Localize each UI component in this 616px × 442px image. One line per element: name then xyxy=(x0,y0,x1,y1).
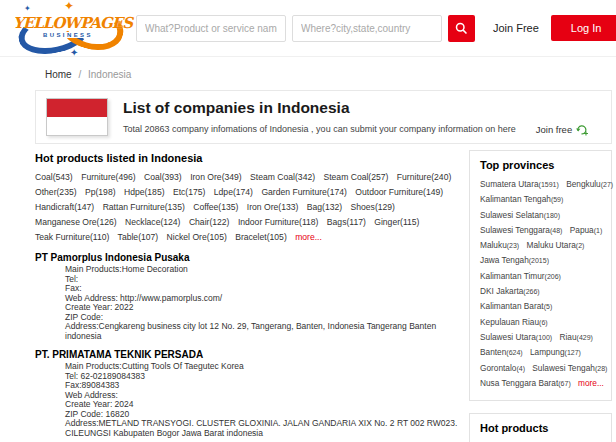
province-name: Maluku xyxy=(480,240,507,250)
province-link[interactable]: Gorontalo(4) xyxy=(480,363,525,373)
flag-white-stripe xyxy=(47,117,107,135)
hot-products-box: Hot products Used Tires Zinc Ore Safety … xyxy=(469,413,612,442)
province-row: Kalimantan Barat(5) xyxy=(480,299,601,314)
product-tag-link[interactable]: Shoes(129) xyxy=(351,202,395,212)
product-tag-link[interactable]: Iron Ore(349) xyxy=(190,172,242,182)
breadcrumb-home-link[interactable]: Home xyxy=(45,69,72,80)
product-tag-link[interactable]: Manganese Ore(126) xyxy=(35,217,117,227)
logo[interactable]: ✦ ✦ ✦ YELLOWPAGES BUSINESS xyxy=(10,1,130,55)
product-tag-link[interactable]: Ginger(115) xyxy=(374,217,419,227)
province-link[interactable]: Bengkulu(27) xyxy=(566,179,613,189)
product-tag-link[interactable]: Steam Coal(257) xyxy=(323,172,388,182)
province-link[interactable]: Sulawesi Selatan(180) xyxy=(480,210,560,220)
page: ✦ ✦ ✦ YELLOWPAGES BUSINESS Join Free Log… xyxy=(0,0,616,442)
province-name: Sulawesi Utara xyxy=(480,332,536,342)
province-count: (6) xyxy=(539,319,548,326)
province-row: Sulawesi Tenggara(48) Papua(1) xyxy=(480,223,601,238)
province-name: Sulawesi Tengah xyxy=(532,363,595,373)
company-name-link[interactable]: PT. PRIMATAMA TEKNIK PERSADA xyxy=(35,349,459,360)
province-count: (48) xyxy=(550,227,562,234)
hot-products-heading: Hot products listed in Indonesia xyxy=(35,152,459,164)
province-link[interactable]: Maluku Utara(2) xyxy=(527,240,585,250)
logo-tagline: BUSINESS xyxy=(40,32,96,38)
province-name: more... xyxy=(578,378,604,388)
province-link[interactable]: more... xyxy=(578,378,604,388)
province-link[interactable]: Riau(429) xyxy=(559,332,592,342)
province-row: Jawa Tengah(2015) xyxy=(480,253,601,268)
province-name: Gorontalo xyxy=(480,363,516,373)
product-tag-link[interactable]: Bags(117) xyxy=(327,217,366,227)
company-item: PT. PRIMATAMA TEKNIK PERSADA Main Produc… xyxy=(35,349,459,438)
join-free-link[interactable]: Join Free xyxy=(493,22,539,34)
product-tag-link[interactable]: more... xyxy=(295,232,322,242)
province-count: (4) xyxy=(516,365,525,372)
company-details: Main Products:Cutting Tools Of Taegutec … xyxy=(35,362,459,438)
join-free-inline-link[interactable]: Join free xyxy=(536,123,588,136)
product-tag-link[interactable]: Rattan Furniture(135) xyxy=(103,202,185,212)
province-link[interactable]: Sulawesi Tengah(28) xyxy=(532,363,607,373)
product-tag-link[interactable]: Coffee(135) xyxy=(193,202,238,212)
sidebar: Top provinces Sumatera Utara(1591) Bengk… xyxy=(469,150,612,442)
product-tag-link[interactable]: Garden Furniture(174) xyxy=(261,187,347,197)
province-name: Sulawesi Selatan xyxy=(480,210,544,220)
company-detail-line: Tel: xyxy=(65,275,459,285)
product-tag-link[interactable]: Table(107) xyxy=(118,232,159,242)
product-tag-link[interactable]: Bracelet(105) xyxy=(235,232,287,242)
product-tag-link[interactable]: Ldpe(174) xyxy=(214,187,253,197)
province-link[interactable]: Sulawesi Utara(100) xyxy=(480,332,552,342)
product-tag-link[interactable]: Nickel Ore(105) xyxy=(167,232,227,242)
province-link[interactable]: Sulawesi Tenggara(48) xyxy=(480,225,562,235)
province-count: (206) xyxy=(545,273,561,280)
product-tag-link[interactable]: Chair(122) xyxy=(189,217,230,227)
province-link[interactable]: Jawa Tengah(2015) xyxy=(480,255,549,265)
company-details: Main Products:Home Decoration Tel: Fax: … xyxy=(35,265,459,341)
product-tag-link[interactable]: Necklace(124) xyxy=(125,217,180,227)
company-item: PT Pamorplus Indonesia Pusaka Main Produ… xyxy=(35,252,459,341)
company-detail-line: Create Year: 2022 xyxy=(65,303,459,313)
product-tag-link[interactable]: Furniture(496) xyxy=(81,172,135,182)
company-name-link[interactable]: PT Pamorplus Indonesia Pusaka xyxy=(35,252,459,263)
product-tag-link[interactable]: Other(235) xyxy=(35,187,77,197)
logo-star-icon: ✦ xyxy=(64,0,74,12)
search-what-input[interactable] xyxy=(136,15,286,42)
province-count: (429) xyxy=(577,334,593,341)
province-link[interactable]: Kalimantan Barat(5) xyxy=(480,301,552,311)
product-tag-link[interactable]: Outdoor Furniture(149) xyxy=(355,187,443,197)
province-name: Maluku Utara xyxy=(527,240,576,250)
product-tag-link[interactable]: Coal(543) xyxy=(35,172,73,182)
login-button[interactable]: Log In xyxy=(551,15,616,41)
product-tag-link[interactable]: Bag(132) xyxy=(307,202,342,212)
search-where-input[interactable] xyxy=(292,15,442,42)
search-button[interactable] xyxy=(448,15,475,42)
product-tag-link[interactable]: Iron Ore(133) xyxy=(247,202,299,212)
product-tag-link[interactable]: Teak Furniture(110) xyxy=(35,232,109,242)
province-link[interactable]: Nusa Tenggara Barat(67) xyxy=(480,378,571,388)
hot-products-sidebar-heading: Hot products xyxy=(480,422,601,434)
province-name: Riau xyxy=(559,332,576,342)
province-link[interactable]: Banten(624) xyxy=(480,347,523,357)
company-detail-line: Tel: 62-02189084383 xyxy=(65,372,459,382)
product-tag-link[interactable]: Etc(175) xyxy=(173,187,205,197)
province-row: Sulawesi Selatan(180) xyxy=(480,208,601,223)
flag-red-stripe xyxy=(47,99,107,117)
product-tag-link[interactable]: Pp(198) xyxy=(85,187,116,197)
logo-star-icon: ✦ xyxy=(24,5,31,13)
province-link[interactable]: Maluku(23) xyxy=(480,240,519,250)
province-row: Sumatera Utara(1591) Bengkulu(27) xyxy=(480,177,601,192)
page-title: List of companies in Indonesia xyxy=(123,99,601,117)
province-link[interactable]: Kalimantan Tengah(59) xyxy=(480,194,563,204)
product-tag-link[interactable]: Indoor Furniture(118) xyxy=(238,217,319,227)
product-tag-link[interactable]: Handicraft(147) xyxy=(35,202,94,212)
province-link[interactable]: Papua(1) xyxy=(570,225,603,235)
province-link[interactable]: Sumatera Utara(1591) xyxy=(480,179,559,189)
province-link[interactable]: Kalimantan Timur(206) xyxy=(480,271,561,281)
province-link[interactable]: Lampung(127) xyxy=(530,347,581,357)
product-tag-link[interactable]: Steam Coal(342) xyxy=(250,172,315,182)
province-link[interactable]: DKI Jakarta(266) xyxy=(480,286,540,296)
product-tag-link[interactable]: Coal(393) xyxy=(144,172,182,182)
top-provinces-heading: Top provinces xyxy=(480,159,601,171)
product-tag-link[interactable]: Hdpe(185) xyxy=(124,187,165,197)
province-link[interactable]: Kepulauan Riau(6) xyxy=(480,317,548,327)
product-tag-link[interactable]: Furniture(240) xyxy=(397,172,451,182)
join-free-icon xyxy=(575,123,588,136)
